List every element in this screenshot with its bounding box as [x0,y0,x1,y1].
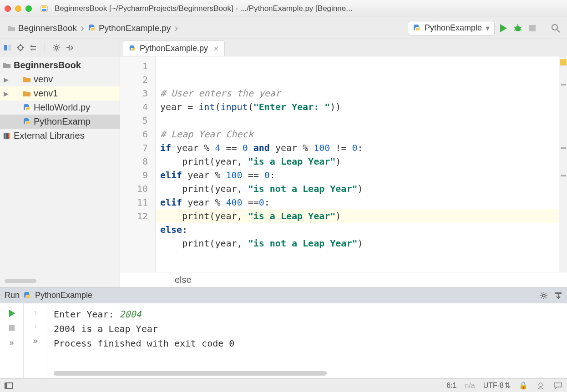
sidebar-scrollbar[interactable] [0,275,120,287]
tree-item-label: PythonExamp [34,116,91,127]
status-bar: 6:1 n/a UTF-8⇅ 🔒 [0,378,567,392]
line-number: 8 [123,155,148,168]
zoom-window-button[interactable] [25,5,32,12]
run-tool-config-name: PythonExample [35,291,92,300]
project-tree[interactable]: BeginnersBook ▶ venv ▶ venv1 HelloWorld.… [0,56,120,145]
console-line: Process finished with exit code 0 [54,336,561,351]
editor-marker-strip[interactable] [559,56,567,272]
tree-item-venv[interactable]: ▶ venv [0,72,120,86]
python-file-icon [129,45,136,52]
search-everywhere-button[interactable] [550,22,562,34]
run-output-toolbar: ↑ ↓ » [24,303,47,378]
toolbar-divider [45,43,45,52]
editor-breadcrumb-bar[interactable]: else [120,272,567,287]
line-separator[interactable]: n/a [465,382,475,390]
line-number: 7 [123,141,148,155]
tool-windows-icon[interactable] [5,382,13,390]
svg-rect-13 [8,45,11,50]
project-view-icon[interactable] [4,44,12,52]
console-line-input: 2004 [120,309,142,320]
scroll-down-icon[interactable]: ↓ [34,322,37,330]
close-window-button[interactable] [5,5,11,12]
feedback-icon[interactable] [553,381,562,390]
tree-item-pythonexample[interactable]: PythonExamp [0,115,120,129]
scroll-up-icon[interactable]: ↑ [34,309,37,316]
run-button[interactable] [497,22,509,34]
stop-button[interactable] [8,324,15,332]
project-toolbar [0,39,120,56]
tree-root[interactable]: BeginnersBook [0,58,120,72]
stop-button[interactable] [526,22,538,34]
line-number: 10 [123,182,148,196]
chevron-right-icon: › [174,22,178,35]
more-actions-icon[interactable]: » [9,338,14,347]
line-number: 9 [123,168,148,182]
minimize-window-button[interactable] [15,5,21,12]
tree-item-label: venv1 [34,88,58,99]
svg-rect-21 [5,133,7,139]
folder-icon [23,75,31,84]
scroll-marker[interactable] [561,147,566,149]
breadcrumb[interactable]: BeginnersBook › PythonExample.py › [5,21,181,35]
console-output[interactable]: Enter Year: 2004 2004 is a Leap Year Pro… [47,303,567,378]
caret-position[interactable]: 6:1 [446,382,456,390]
tree-item-label: External Libraries [14,131,85,141]
run-tool-header: Run PythonExample [0,288,567,303]
hide-tool-window-icon[interactable] [554,291,562,300]
window-title: BeginnersBook [~/PycharmProjects/Beginne… [55,4,562,13]
line-number: 4 [123,100,148,114]
code-editor[interactable]: 1 2 3 4 5 6 7 8 9 10 11 12 # User enters… [120,56,567,272]
python-file-icon [23,291,31,300]
tree-item-venv1[interactable]: ▶ venv1 [0,86,120,101]
line-number: 3 [123,86,148,100]
debug-button[interactable] [512,22,524,34]
chevron-right-icon: › [81,22,84,35]
editor-area: PythonExample.py ✕ 1 2 3 4 5 6 7 8 9 10 … [120,39,567,287]
console-horizontal-scrollbar[interactable] [54,371,327,376]
more-actions-icon[interactable]: » [33,336,37,346]
select-opened-file-icon[interactable] [16,44,25,52]
window-titlebar: BeginnersBook [~/PycharmProjects/Beginne… [0,0,567,17]
file-encoding[interactable]: UTF-8⇅ [483,381,511,390]
svg-line-8 [520,30,521,30]
folder-icon [3,61,11,70]
line-number: 2 [123,73,148,86]
chevron-updown-icon: ⇅ [505,382,511,389]
close-tab-icon[interactable]: ✕ [213,45,219,52]
tree-external-libraries[interactable]: External Libraries [0,129,120,143]
svg-line-11 [557,30,560,32]
expand-all-icon[interactable] [29,44,37,52]
scroll-marker[interactable] [561,84,566,85]
python-file-icon [88,24,96,32]
line-number: 11 [123,196,148,209]
settings-gear-icon[interactable] [540,291,548,300]
tree-root-label: BeginnersBook [14,60,81,70]
python-file-icon [23,104,31,112]
code-content[interactable]: # User enters the year year = int(input(… [156,56,559,272]
line-gutter: 1 2 3 4 5 6 7 8 9 10 11 12 [120,56,156,272]
app-icon [40,5,48,13]
scroll-marker[interactable] [561,175,566,176]
run-configuration-selector[interactable]: PythonExample ▾ [408,21,495,35]
expand-arrow-icon[interactable]: ▶ [3,76,9,83]
rerun-button[interactable] [7,309,16,318]
svg-line-6 [520,27,521,28]
run-configuration-name: PythonExample [425,23,482,33]
settings-gear-icon[interactable] [52,44,61,52]
collapse-all-icon[interactable] [65,44,73,52]
warning-marker-icon[interactable] [560,59,567,65]
chevron-down-icon: ▾ [486,23,490,33]
read-only-lock-icon[interactable]: 🔒 [519,381,528,390]
svg-rect-1 [42,6,46,8]
tree-item-helloworld[interactable]: HelloWorld.py [0,101,120,115]
svg-point-19 [55,46,58,49]
svg-rect-25 [9,325,14,331]
editor-tab-pythonexample[interactable]: PythonExample.py ✕ [123,40,225,56]
run-tool-body: » ↑ ↓ » Enter Year: 2004 2004 is a Leap … [0,303,567,378]
expand-arrow-icon[interactable]: ▶ [3,90,9,97]
line-number: 1 [123,59,148,73]
line-number: 5 [123,114,148,127]
svg-rect-12 [4,45,7,50]
hector-inspection-icon[interactable] [536,381,545,390]
svg-rect-9 [529,25,536,31]
